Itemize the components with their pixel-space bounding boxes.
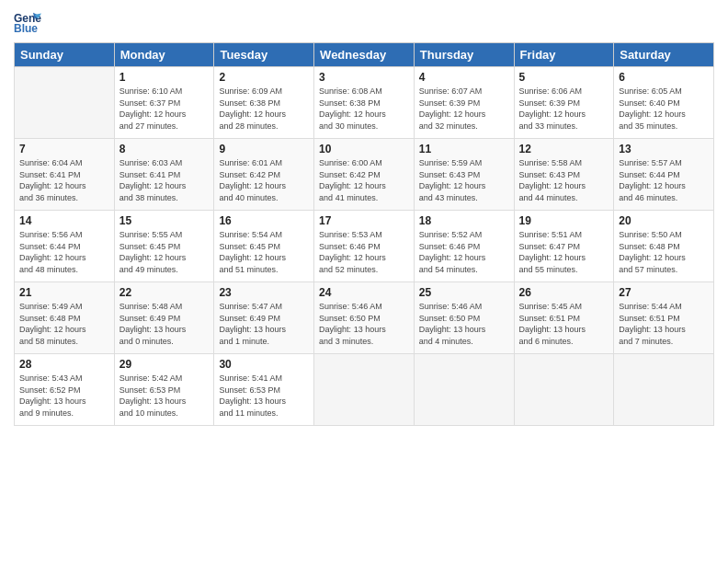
day-info: Sunrise: 5:48 AMSunset: 6:49 PMDaylight:… (119, 301, 210, 347)
day-number: 15 (119, 214, 210, 227)
day-info: Sunrise: 6:03 AMSunset: 6:41 PMDaylight:… (119, 157, 210, 203)
calendar-cell: 28Sunrise: 5:43 AMSunset: 6:52 PMDayligh… (15, 354, 115, 426)
calendar-cell: 4Sunrise: 6:07 AMSunset: 6:39 PMDaylight… (414, 67, 514, 139)
logo: General Blue (14, 9, 41, 37)
calendar-cell: 30Sunrise: 5:41 AMSunset: 6:53 PMDayligh… (214, 354, 314, 426)
day-number: 30 (219, 358, 309, 371)
calendar-cell: 25Sunrise: 5:46 AMSunset: 6:50 PMDayligh… (414, 282, 514, 354)
day-number: 21 (19, 286, 109, 299)
calendar-cell: 15Sunrise: 5:55 AMSunset: 6:45 PMDayligh… (114, 211, 214, 282)
day-number: 18 (419, 214, 509, 227)
col-header-saturday: Saturday (614, 43, 714, 67)
day-number: 2 (219, 71, 309, 84)
calendar-cell: 23Sunrise: 5:47 AMSunset: 6:49 PMDayligh… (214, 282, 314, 354)
col-header-friday: Friday (514, 43, 614, 67)
day-number: 4 (419, 71, 509, 84)
col-header-tuesday: Tuesday (214, 43, 314, 67)
calendar-cell: 6Sunrise: 6:05 AMSunset: 6:40 PMDaylight… (614, 67, 714, 139)
calendar-week-5: 28Sunrise: 5:43 AMSunset: 6:52 PMDayligh… (15, 354, 714, 426)
day-info: Sunrise: 5:43 AMSunset: 6:52 PMDaylight:… (19, 373, 109, 419)
calendar-week-2: 7Sunrise: 6:04 AMSunset: 6:41 PMDaylight… (15, 139, 714, 211)
day-info: Sunrise: 5:59 AMSunset: 6:43 PMDaylight:… (419, 157, 509, 203)
calendar-cell: 8Sunrise: 6:03 AMSunset: 6:41 PMDaylight… (114, 139, 214, 211)
calendar-cell: 24Sunrise: 5:46 AMSunset: 6:50 PMDayligh… (314, 282, 415, 354)
day-number: 13 (619, 143, 709, 155)
day-number: 7 (19, 143, 109, 155)
day-number: 12 (519, 143, 609, 155)
col-header-thursday: Thursday (414, 43, 514, 67)
calendar-cell (514, 354, 614, 426)
calendar-cell: 29Sunrise: 5:42 AMSunset: 6:53 PMDayligh… (114, 354, 214, 426)
day-number: 24 (319, 286, 409, 299)
header: General Blue (14, 9, 714, 37)
calendar-cell: 7Sunrise: 6:04 AMSunset: 6:41 PMDaylight… (15, 139, 115, 211)
calendar-cell: 11Sunrise: 5:59 AMSunset: 6:43 PMDayligh… (414, 139, 514, 211)
calendar-cell: 2Sunrise: 6:09 AMSunset: 6:38 PMDaylight… (214, 67, 314, 139)
day-info: Sunrise: 6:00 AMSunset: 6:42 PMDaylight:… (319, 157, 409, 203)
calendar-cell (614, 354, 714, 426)
day-info: Sunrise: 5:51 AMSunset: 6:47 PMDaylight:… (519, 229, 609, 275)
calendar-cell: 26Sunrise: 5:45 AMSunset: 6:51 PMDayligh… (514, 282, 614, 354)
logo-icon: General Blue (14, 9, 41, 37)
calendar-cell (15, 67, 115, 139)
day-number: 1 (119, 71, 210, 84)
day-info: Sunrise: 5:46 AMSunset: 6:50 PMDaylight:… (319, 301, 409, 347)
day-info: Sunrise: 6:01 AMSunset: 6:42 PMDaylight:… (219, 157, 309, 203)
day-info: Sunrise: 6:10 AMSunset: 6:37 PMDaylight:… (119, 86, 210, 132)
day-number: 10 (319, 143, 409, 155)
day-info: Sunrise: 6:08 AMSunset: 6:38 PMDaylight:… (319, 86, 409, 132)
calendar-cell: 20Sunrise: 5:50 AMSunset: 6:48 PMDayligh… (614, 211, 714, 282)
calendar-cell (314, 354, 415, 426)
calendar-week-1: 1Sunrise: 6:10 AMSunset: 6:37 PMDaylight… (15, 67, 714, 139)
day-info: Sunrise: 6:04 AMSunset: 6:41 PMDaylight:… (19, 157, 109, 203)
calendar-cell: 12Sunrise: 5:58 AMSunset: 6:43 PMDayligh… (514, 139, 614, 211)
day-number: 28 (19, 358, 109, 371)
calendar-cell: 9Sunrise: 6:01 AMSunset: 6:42 PMDaylight… (214, 139, 314, 211)
day-info: Sunrise: 5:58 AMSunset: 6:43 PMDaylight:… (519, 157, 609, 203)
day-info: Sunrise: 6:07 AMSunset: 6:39 PMDaylight:… (419, 86, 509, 132)
day-info: Sunrise: 5:41 AMSunset: 6:53 PMDaylight:… (219, 373, 309, 419)
day-number: 23 (219, 286, 309, 299)
page: General Blue SundayMondayTuesdayWednesda… (0, 0, 728, 563)
day-number: 8 (119, 143, 210, 155)
day-info: Sunrise: 5:44 AMSunset: 6:51 PMDaylight:… (619, 301, 709, 347)
day-info: Sunrise: 6:09 AMSunset: 6:38 PMDaylight:… (219, 86, 309, 132)
col-header-monday: Monday (114, 43, 214, 67)
day-number: 25 (419, 286, 509, 299)
day-number: 20 (619, 214, 709, 227)
day-number: 9 (219, 143, 309, 155)
day-info: Sunrise: 5:52 AMSunset: 6:46 PMDaylight:… (419, 229, 509, 275)
calendar-cell: 22Sunrise: 5:48 AMSunset: 6:49 PMDayligh… (114, 282, 214, 354)
calendar-table: SundayMondayTuesdayWednesdayThursdayFrid… (14, 42, 714, 426)
day-number: 26 (519, 286, 609, 299)
svg-text:Blue: Blue (14, 22, 38, 35)
calendar-cell: 1Sunrise: 6:10 AMSunset: 6:37 PMDaylight… (114, 67, 214, 139)
day-info: Sunrise: 6:06 AMSunset: 6:39 PMDaylight:… (519, 86, 609, 132)
calendar-cell: 3Sunrise: 6:08 AMSunset: 6:38 PMDaylight… (314, 67, 415, 139)
calendar-cell: 27Sunrise: 5:44 AMSunset: 6:51 PMDayligh… (614, 282, 714, 354)
day-info: Sunrise: 5:47 AMSunset: 6:49 PMDaylight:… (219, 301, 309, 347)
calendar-cell: 16Sunrise: 5:54 AMSunset: 6:45 PMDayligh… (214, 211, 314, 282)
calendar-week-3: 14Sunrise: 5:56 AMSunset: 6:44 PMDayligh… (15, 211, 714, 282)
day-number: 22 (119, 286, 210, 299)
calendar-cell (414, 354, 514, 426)
day-info: Sunrise: 5:49 AMSunset: 6:48 PMDaylight:… (19, 301, 109, 347)
calendar-cell: 10Sunrise: 6:00 AMSunset: 6:42 PMDayligh… (314, 139, 415, 211)
day-info: Sunrise: 6:05 AMSunset: 6:40 PMDaylight:… (619, 86, 709, 132)
calendar-week-4: 21Sunrise: 5:49 AMSunset: 6:48 PMDayligh… (15, 282, 714, 354)
day-info: Sunrise: 5:42 AMSunset: 6:53 PMDaylight:… (119, 373, 210, 419)
calendar-cell: 13Sunrise: 5:57 AMSunset: 6:44 PMDayligh… (614, 139, 714, 211)
day-number: 16 (219, 214, 309, 227)
calendar-cell: 14Sunrise: 5:56 AMSunset: 6:44 PMDayligh… (15, 211, 115, 282)
day-number: 11 (419, 143, 509, 155)
day-info: Sunrise: 5:56 AMSunset: 6:44 PMDaylight:… (19, 229, 109, 275)
day-number: 29 (119, 358, 210, 371)
day-info: Sunrise: 5:53 AMSunset: 6:46 PMDaylight:… (319, 229, 409, 275)
calendar-header-row: SundayMondayTuesdayWednesdayThursdayFrid… (15, 43, 714, 67)
calendar-cell: 21Sunrise: 5:49 AMSunset: 6:48 PMDayligh… (15, 282, 115, 354)
day-info: Sunrise: 5:54 AMSunset: 6:45 PMDaylight:… (219, 229, 309, 275)
day-info: Sunrise: 5:46 AMSunset: 6:50 PMDaylight:… (419, 301, 509, 347)
day-info: Sunrise: 5:45 AMSunset: 6:51 PMDaylight:… (519, 301, 609, 347)
day-number: 3 (319, 71, 409, 84)
col-header-wednesday: Wednesday (314, 43, 415, 67)
